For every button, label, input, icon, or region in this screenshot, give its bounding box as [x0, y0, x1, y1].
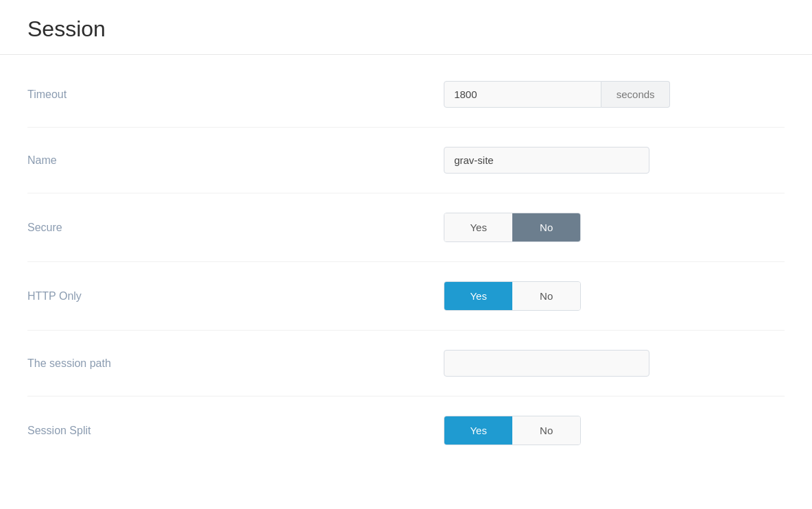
- session-split-label: Session Split: [27, 425, 444, 437]
- http-only-control: Yes No: [444, 281, 785, 311]
- page-title: Session: [27, 16, 785, 42]
- settings-form: Timeout seconds Name Secure Yes No: [0, 55, 812, 471]
- secure-toggle-group: Yes No: [444, 213, 581, 242]
- session-path-label: The session path: [27, 357, 444, 370]
- session-path-input[interactable]: [444, 350, 649, 377]
- timeout-unit: seconds: [601, 81, 670, 108]
- timeout-row: Timeout seconds: [27, 62, 785, 128]
- session-path-control: [444, 350, 785, 377]
- timeout-label: Timeout: [27, 88, 444, 101]
- session-split-row: Session Split Yes No: [27, 396, 785, 464]
- secure-label: Secure: [27, 222, 444, 234]
- secure-no-button[interactable]: No: [512, 213, 580, 241]
- http-only-toggle-group: Yes No: [444, 281, 581, 311]
- secure-control: Yes No: [444, 213, 785, 242]
- name-input[interactable]: [444, 147, 649, 174]
- page-header: Session: [0, 0, 812, 55]
- timeout-control: seconds: [444, 81, 785, 108]
- secure-row: Secure Yes No: [27, 193, 785, 262]
- name-label: Name: [27, 154, 444, 167]
- timeout-input[interactable]: [444, 81, 601, 108]
- http-only-yes-button[interactable]: Yes: [444, 282, 512, 310]
- name-control: [444, 147, 785, 174]
- session-split-no-button[interactable]: No: [512, 416, 580, 445]
- session-path-row: The session path: [27, 331, 785, 396]
- http-only-no-button[interactable]: No: [512, 282, 580, 310]
- page-container: Session Timeout seconds Name Secure Yes …: [0, 0, 812, 471]
- name-row: Name: [27, 128, 785, 193]
- http-only-row: HTTP Only Yes No: [27, 262, 785, 331]
- session-split-yes-button[interactable]: Yes: [444, 416, 512, 445]
- http-only-label: HTTP Only: [27, 290, 444, 303]
- session-split-toggle-group: Yes No: [444, 416, 581, 445]
- secure-yes-button[interactable]: Yes: [444, 213, 512, 241]
- session-split-control: Yes No: [444, 416, 785, 445]
